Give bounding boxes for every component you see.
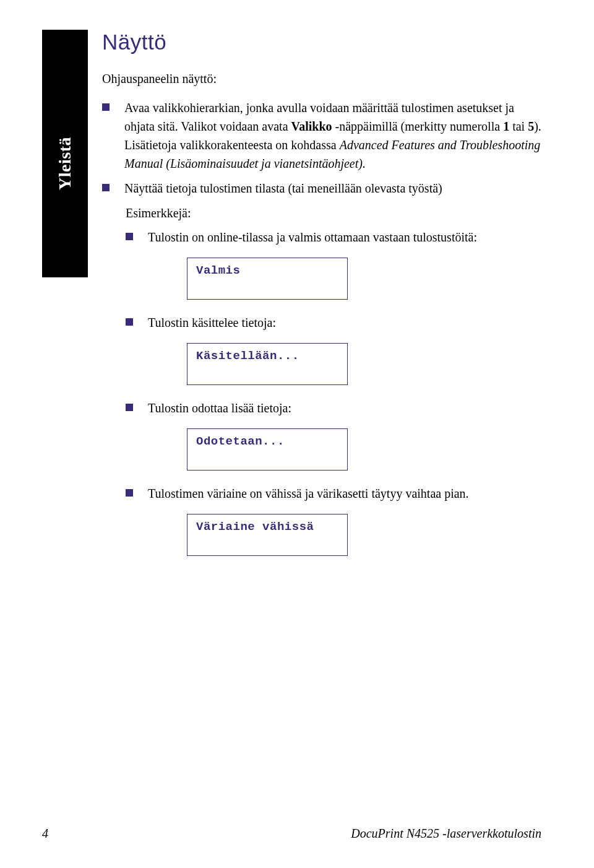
sub-bullet-text-4: Tulostimen väriaine on vähissä ja värika… [148, 484, 541, 503]
lcd-display-2: Käsitellään... [187, 343, 348, 385]
lcd-display-1: Valmis [187, 258, 348, 300]
square-bullet-icon [126, 404, 133, 411]
lcd-display-4: Väriaine vähissä [187, 514, 348, 556]
sidebar-label: Yleistä [55, 137, 75, 190]
square-bullet-icon [102, 103, 110, 111]
bullet-text-2: Näyttää tietoja tulostimen tilasta (tai … [124, 179, 541, 197]
square-bullet-icon [126, 489, 133, 497]
sub-bullet-item: Tulostin käsittelee tietoja: [126, 313, 541, 332]
bullet-item-2: Näyttää tietoja tulostimen tilasta (tai … [102, 179, 541, 197]
footer-title: DocuPrint N4525 -laserverkkotulostin [351, 827, 541, 841]
sub-bullet-item: Tulostin on online-tilassa ja valmis ott… [126, 228, 541, 246]
sub-list: Tulostin on online-tilassa ja valmis ott… [126, 228, 541, 556]
sub-bullet-text-3: Tulostin odottaa lisää tietoja: [148, 399, 541, 417]
sub-bullet-item: Tulostin odottaa lisää tietoja: [126, 399, 541, 417]
lcd-display-3: Odotetaan... [187, 428, 348, 471]
examples-heading: Esimerkkejä: [126, 206, 541, 220]
page-number: 4 [42, 827, 48, 841]
bullet-text-1: Avaa valikkohierarkian, jonka avulla voi… [124, 98, 541, 173]
bullet-item-1: Avaa valikkohierarkian, jonka avulla voi… [102, 98, 541, 173]
sidebar-tab: Yleistä [42, 30, 88, 277]
main-content: Näyttö Ohjauspaneelin näyttö: Avaa valik… [102, 30, 541, 570]
sub-bullet-text-1: Tulostin on online-tilassa ja valmis ott… [148, 228, 541, 246]
sub-bullet-item: Tulostimen väriaine on vähissä ja värika… [126, 484, 541, 503]
square-bullet-icon [126, 318, 133, 326]
square-bullet-icon [102, 184, 110, 191]
intro-text: Ohjauspaneelin näyttö: [102, 72, 541, 86]
sub-bullet-text-2: Tulostin käsittelee tietoja: [148, 313, 541, 332]
section-title: Näyttö [102, 30, 541, 54]
page-footer: 4 DocuPrint N4525 -laserverkkotulostin [42, 827, 541, 841]
square-bullet-icon [126, 233, 133, 240]
